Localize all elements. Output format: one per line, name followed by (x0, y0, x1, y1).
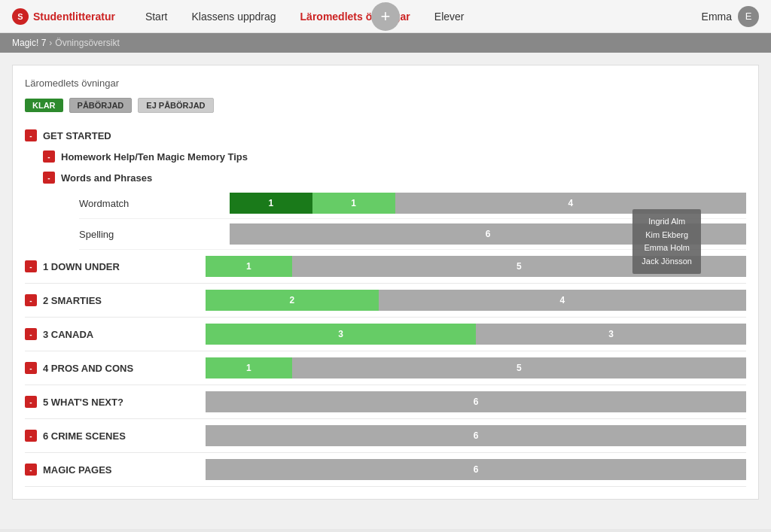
subsection-words-label: Words and Phrases (61, 172, 152, 184)
subsection-icon: - (43, 150, 55, 163)
chapter-6-icon: - (25, 430, 37, 442)
chapter-1-bar-green: 1 (206, 256, 292, 277)
breadcrumb-separator: › (49, 38, 52, 48)
legend-klar: KLAR (25, 99, 63, 112)
chapter-6: - 6 CRIME SCENES 6 (25, 419, 746, 453)
chapter-4: - 4 PROS AND CONS 1 5 (25, 351, 746, 385)
user-area: Emma E (702, 6, 759, 27)
top-navigation: S Studentlitteratur Start Klassens uppdr… (0, 0, 771, 33)
chapter-1-icon: - (25, 260, 37, 272)
chapter-2-bar-green: 2 (206, 290, 379, 311)
section-label: GET STARTED (43, 130, 111, 141)
legend: KLAR PÅBÖRJAD EJ PÅBÖRJAD (25, 98, 746, 113)
chapter-3: - 3 CANADA 3 3 (25, 318, 746, 351)
exercise-name-spelling: Spelling (79, 229, 230, 240)
breadcrumb-parent[interactable]: Magic! 7 (12, 38, 46, 48)
chapter-5-name[interactable]: - 5 WHAT'S NEXT? (25, 396, 206, 408)
breadcrumb: Magic! 7 › Övningsöversikt (0, 33, 771, 53)
chapter-3-progress: 3 3 (206, 324, 746, 345)
section-collapse-icon: - (25, 129, 37, 141)
chapter-magic-name[interactable]: - MAGIC PAGES (25, 464, 206, 476)
plus-button[interactable]: + (371, 2, 400, 31)
tooltip-name-1: Ingrid Alm (641, 215, 692, 229)
user-name: Emma (702, 11, 732, 23)
chapter-2: - 2 SMARTIES 2 4 (25, 284, 746, 318)
logo-text: Studentlitteratur (33, 11, 115, 23)
chapter-6-progress: 6 (206, 425, 746, 446)
subsection-homework-header[interactable]: - Homework Help/Ten Magic Memory Tips (43, 146, 746, 167)
legend-ej-paaborjad: EJ PÅBÖRJAD (138, 98, 213, 113)
main-nav: Start Klassens uppdrag Läromedlets övnin… (133, 0, 477, 32)
chapter-1-name[interactable]: - 1 DOWN UNDER (25, 260, 206, 272)
bar-segment-started: 1 (312, 193, 395, 214)
chapter-2-progress: 2 4 (206, 290, 746, 311)
main-content: Läromedlets övningar KLAR PÅBÖRJAD EJ PÅ… (0, 53, 771, 529)
chapter-5-bar-gray: 6 (206, 391, 746, 412)
chapter-magic-progress: 6 (206, 459, 746, 480)
chapter-magic-bar-gray: 6 (206, 459, 746, 480)
chapter-magic-icon: - (25, 464, 37, 476)
chapter-6-name[interactable]: - 6 CRIME SCENES (25, 430, 206, 442)
nav-start[interactable]: Start (133, 0, 180, 32)
nav-laromedlets-ovningar[interactable]: Läromedlets övningar (288, 0, 422, 32)
legend-paaborjad: PÅBÖRJAD (69, 98, 133, 113)
tooltip-name-2: Kim Ekberg (641, 229, 692, 242)
chapter-5-icon: - (25, 396, 37, 408)
chapter-5-progress: 6 (206, 391, 746, 412)
tooltip-wordmatch: Ingrid Alm Kim Ekberg Emma Holm Jack Jön… (632, 209, 701, 274)
bar-segment-done: 1 (230, 193, 312, 214)
exercise-wordmatch: Wordmatch 1 1 4 Ingrid Alm Kim Ekberg Em… (79, 188, 746, 219)
chapter-3-bar-gray: 3 (476, 324, 746, 345)
subsection-words-header[interactable]: - Words and Phrases (43, 167, 746, 188)
chapter-4-progress: 1 5 (206, 357, 746, 378)
chapter-magic-pages: - MAGIC PAGES 6 (25, 453, 746, 487)
subsection-words-icon: - (43, 172, 55, 184)
section-get-started[interactable]: - GET STARTED (25, 125, 746, 146)
chapter-2-name[interactable]: - 2 SMARTIES (25, 294, 206, 306)
chapter-3-name[interactable]: - 3 CANADA (25, 328, 206, 340)
subsection-words-phrases: - Words and Phrases Wordmatch 1 1 4 Ingr… (43, 167, 746, 250)
content-panel: Läromedlets övningar KLAR PÅBÖRJAD EJ PÅ… (12, 65, 759, 500)
chapter-3-icon: - (25, 328, 37, 340)
panel-title: Läromedlets övningar (25, 78, 746, 89)
chapter-4-name[interactable]: - 4 PROS AND CONS (25, 362, 206, 374)
breadcrumb-current: Övningsöversikt (55, 38, 119, 48)
chapter-4-bar-gray: 5 (292, 357, 746, 378)
subsection-label: Homework Help/Ten Magic Memory Tips (61, 151, 248, 163)
chapter-3-bar-green: 3 (206, 324, 476, 345)
chapter-6-bar-gray: 6 (206, 425, 746, 446)
chapter-4-icon: - (25, 362, 37, 374)
chapter-2-bar-gray: 4 (379, 290, 746, 311)
subsection-homework: - Homework Help/Ten Magic Memory Tips (43, 146, 746, 167)
logo: S Studentlitteratur (12, 8, 115, 25)
avatar[interactable]: E (738, 6, 759, 27)
logo-icon: S (12, 8, 29, 25)
tooltip-name-4: Jack Jönsson (641, 255, 692, 269)
nav-klassens-uppdrag[interactable]: Klassens uppdrag (179, 0, 288, 32)
chapter-4-bar-green: 1 (206, 357, 292, 378)
chapter-5: - 5 WHAT'S NEXT? 6 (25, 385, 746, 419)
exercise-name-wordmatch: Wordmatch (79, 198, 230, 209)
tooltip-name-3: Emma Holm (641, 242, 692, 255)
nav-elever[interactable]: Elever (422, 0, 477, 32)
chapter-2-icon: - (25, 294, 37, 306)
